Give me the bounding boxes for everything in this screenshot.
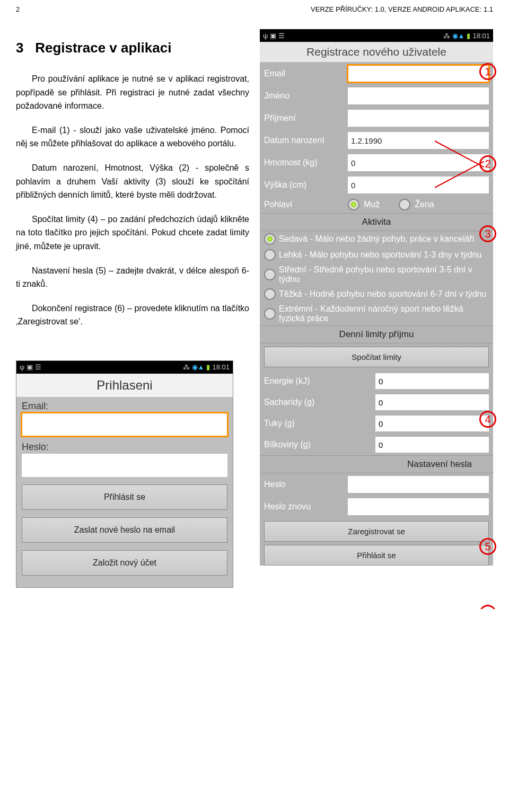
usb-icon: ψ bbox=[263, 32, 268, 40]
face-icon: ▣ bbox=[270, 32, 276, 40]
battery-icon: ▮ bbox=[206, 363, 210, 371]
radio-act4[interactable] bbox=[264, 288, 276, 300]
spocitat-limity-button[interactable]: Spočítat limity bbox=[264, 347, 489, 367]
radio-act4-label: Těžká - Hodně pohybu nebo sportování 6-7… bbox=[279, 289, 486, 299]
status-bar: ψ ▣ ☰ ⁂ ◉▲ ▮ 18:01 bbox=[16, 361, 233, 374]
email-label: Email bbox=[264, 69, 344, 78]
paragraph-2: E-mail (1) - slouží jako vaše uživatelsk… bbox=[16, 123, 249, 151]
paragraph-1: Pro používání aplikace je nutné se v apl… bbox=[16, 72, 249, 113]
battery-icon: ▮ bbox=[467, 32, 470, 40]
vyska-label: Výška (cm) bbox=[264, 180, 344, 190]
login-newacc-button[interactable]: Založit nový účet bbox=[22, 550, 227, 576]
android-icon: ☰ bbox=[278, 32, 285, 40]
tuky-label: Tuky (g) bbox=[264, 419, 375, 428]
radio-muz[interactable] bbox=[348, 199, 359, 210]
status-time: 18:01 bbox=[472, 32, 490, 40]
usb-icon: ψ bbox=[20, 363, 24, 371]
login-submit-button[interactable]: Přihlásit se bbox=[22, 484, 227, 510]
radio-act2-label: Lehká - Málo pohybu nebo sportování 1-3 … bbox=[279, 250, 481, 260]
radio-act5-label: Extrémní - Každodenní náročný sport nebo… bbox=[279, 304, 489, 323]
android-icon: ☰ bbox=[35, 363, 41, 371]
annotation-2: 2 bbox=[479, 155, 496, 172]
login-heslo-input[interactable] bbox=[22, 454, 227, 477]
reg-title: Registrace nového uživatele bbox=[260, 42, 493, 63]
login-screenshot: ψ ▣ ☰ ⁂ ◉▲ ▮ 18:01 Prihlaseni Email: H bbox=[16, 360, 233, 588]
radio-zena[interactable] bbox=[399, 199, 410, 210]
radio-act2[interactable] bbox=[264, 249, 276, 261]
annotation-5: 5 bbox=[479, 538, 496, 555]
wifi-icon: ◉▲ bbox=[452, 32, 465, 40]
prijmeni-label: Příjmení bbox=[264, 113, 344, 123]
paragraph-5: Nastavení hesla (5) – zadejte dvakrát, v… bbox=[16, 264, 249, 291]
registration-screenshot: ψ ▣ ☰ ⁂ ◉▲ ▮ 18:01 Registrace nového uži… bbox=[260, 29, 493, 588]
section-heading: 3 Registrace v aplikaci bbox=[16, 40, 249, 56]
radio-act5[interactable] bbox=[264, 308, 276, 320]
login-newpw-button[interactable]: Zaslat nové heslo na email bbox=[22, 517, 227, 543]
datum-label: Datum narození bbox=[264, 136, 344, 145]
login-email-label: Email: bbox=[16, 398, 233, 413]
face-icon: ▣ bbox=[27, 363, 33, 371]
sacharidy-label: Sacharidy (g) bbox=[264, 398, 375, 407]
heslo-header: Nastavení hesla bbox=[260, 455, 493, 473]
heslo-input[interactable] bbox=[348, 476, 489, 493]
vyska-input[interactable] bbox=[348, 176, 489, 193]
page-number: 2 bbox=[16, 5, 20, 13]
sacharidy-input[interactable] bbox=[375, 394, 489, 410]
energie-input[interactable] bbox=[375, 373, 489, 389]
wifi-icon: ◉▲ bbox=[192, 363, 205, 371]
prijmeni-input[interactable] bbox=[348, 110, 489, 127]
login-title: Prihlaseni bbox=[16, 374, 233, 398]
jmeno-label: Jméno bbox=[264, 91, 344, 101]
header-version: VERZE PŘÍRUČKY: 1.0, VERZE ANDROID APLIK… bbox=[311, 5, 493, 13]
paragraph-4: Spočítat limity (4) – po zadání předchoz… bbox=[16, 213, 249, 253]
email-input[interactable] bbox=[348, 65, 489, 82]
heslo-znovu-label: Heslo znovu bbox=[264, 502, 344, 511]
annotation-4: 4 bbox=[479, 411, 496, 428]
status-time: 18:01 bbox=[212, 363, 230, 371]
energie-label: Energie (kJ) bbox=[264, 376, 375, 386]
aktivita-header: Aktivita bbox=[260, 213, 493, 231]
radio-act1-label: Sedavá - Málo nebo žádný pohyb, práce v … bbox=[279, 234, 474, 244]
login-heslo-label: Heslo: bbox=[16, 438, 233, 454]
annotation-1: 1 bbox=[479, 63, 496, 80]
zaregistrovat-button[interactable]: Zaregistrovat se bbox=[264, 521, 489, 542]
paragraph-3: Datum narození, Hmotnost, Výška (2) - sp… bbox=[16, 161, 249, 202]
bilkoviny-label: Bílkoviny (g) bbox=[264, 440, 375, 449]
radio-zena-label: Žena bbox=[415, 200, 434, 209]
limits-header: Denní limity příjmu bbox=[260, 325, 493, 343]
hmotnost-label: Hmotnost (kg) bbox=[264, 158, 344, 167]
annotation-6: 6 bbox=[479, 605, 496, 609]
datum-input[interactable] bbox=[348, 132, 489, 149]
annotation-3: 3 bbox=[479, 225, 496, 242]
page-header: 2 VERZE PŘÍRUČKY: 1.0, VERZE ANDROID APL… bbox=[16, 5, 493, 13]
radio-act1[interactable] bbox=[264, 233, 276, 245]
heslo-label: Heslo bbox=[264, 480, 344, 489]
bluetooth-icon: ⁂ bbox=[183, 363, 190, 371]
pohlavi-label: Pohlaví bbox=[264, 200, 344, 209]
jmeno-input[interactable] bbox=[348, 87, 489, 104]
bilkoviny-input[interactable] bbox=[375, 437, 489, 453]
paragraph-6: Dokončení registrace (6) – provedete kli… bbox=[16, 302, 249, 329]
login-email-input[interactable] bbox=[22, 413, 227, 436]
heslo-znovu-input[interactable] bbox=[348, 498, 489, 515]
status-bar: ψ ▣ ☰ ⁂ ◉▲ ▮ 18:01 bbox=[260, 29, 493, 42]
radio-muz-label: Muž bbox=[364, 200, 380, 209]
prihlasit-button[interactable]: Přihlásit se bbox=[264, 545, 489, 566]
radio-act3[interactable] bbox=[264, 269, 276, 280]
bluetooth-icon: ⁂ bbox=[443, 32, 450, 40]
radio-act3-label: Střední - Středně pohybu nebo sportování… bbox=[279, 265, 489, 284]
hmotnost-input[interactable] bbox=[348, 154, 489, 171]
tuky-input[interactable] bbox=[375, 416, 489, 431]
